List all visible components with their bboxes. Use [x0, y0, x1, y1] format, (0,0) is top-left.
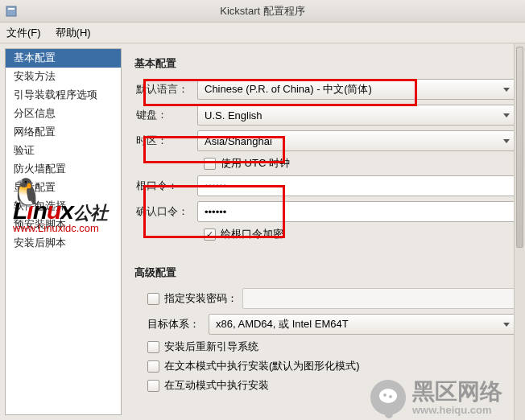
- section-basic-title: 基本配置: [134, 56, 517, 71]
- sidebar-item-postinstall[interactable]: 安装后脚本: [6, 234, 121, 253]
- sidebar-item-network[interactable]: 网络配置: [6, 123, 121, 142]
- install-pw-label: 指定安装密码：: [164, 291, 238, 306]
- sidebar-item-packages[interactable]: 软件包选择: [6, 197, 121, 216]
- app-icon: [5, 5, 18, 18]
- target-arch-label: 目标体系：: [147, 317, 204, 331]
- reboot-checkbox[interactable]: [147, 341, 159, 353]
- chevron-down-icon: [503, 113, 510, 117]
- encrypt-checkbox-row[interactable]: 给根口令加密: [204, 227, 517, 241]
- keyboard-value: U.S. English: [205, 109, 262, 121]
- sidebar-item-firewall[interactable]: 防火墙配置: [6, 160, 121, 179]
- interactive-checkbox[interactable]: [147, 380, 159, 392]
- main-panel: 基本配置 默认语言： Chinese (P.R. of China) - 中文(…: [122, 43, 525, 420]
- confirmpw-label: 确认口令：: [131, 204, 197, 219]
- utc-label: 使用 UTC 时钟: [221, 156, 290, 171]
- default-language-label: 默认语言：: [131, 82, 197, 97]
- textmode-checkbox[interactable]: [147, 360, 159, 373]
- timezone-label: 时区：: [131, 134, 197, 148]
- window-title: Kickstart 配置程序: [220, 4, 304, 19]
- confirmpw-field[interactable]: [205, 202, 510, 221]
- default-language-value: Chinese (P.R. of China) - 中文(简体): [205, 82, 372, 97]
- sidebar: 基本配置 安装方法 引导装载程序选项 分区信息 网络配置 验证 防火墙配置 显示…: [5, 48, 122, 415]
- reboot-label: 安装后重新引导系统: [164, 340, 258, 354]
- chevron-down-icon: [503, 88, 510, 92]
- confirmpw-input[interactable]: [197, 201, 517, 222]
- sidebar-item-basic-config[interactable]: 基本配置: [6, 49, 121, 68]
- encrypt-label: 给根口令加密: [221, 227, 283, 241]
- sidebar-item-preinstall[interactable]: 预安装脚本: [6, 216, 121, 234]
- sidebar-item-bootloader[interactable]: 引导装载程序选项: [6, 86, 121, 105]
- titlebar: Kickstart 配置程序: [0, 0, 525, 23]
- menu-file[interactable]: 文件(F): [6, 26, 41, 40]
- target-arch-select[interactable]: x86, AMD64, 或 Intel EM64T: [209, 314, 517, 335]
- checkbox-icon[interactable]: [204, 229, 216, 241]
- sidebar-item-partition[interactable]: 分区信息: [6, 105, 121, 123]
- textmode-label: 在文本模式中执行安装(默认为图形化模式): [164, 359, 360, 373]
- install-pw-input[interactable]: [242, 288, 517, 309]
- chevron-down-icon: [503, 139, 510, 143]
- svg-rect-0: [6, 6, 16, 16]
- interactive-label: 在互动模式中执行安装: [164, 378, 269, 393]
- section-advanced-title: 高级配置: [134, 266, 517, 280]
- vertical-scrollbar[interactable]: [514, 43, 525, 420]
- rootpw-label: 根口令：: [131, 179, 197, 193]
- target-arch-value: x86, AMD64, 或 Intel EM64T: [216, 317, 349, 331]
- keyboard-select[interactable]: U.S. English: [197, 105, 517, 126]
- timezone-select[interactable]: Asia/Shanghai: [197, 130, 517, 151]
- keyboard-label: 键盘：: [131, 108, 197, 122]
- install-pw-checkbox[interactable]: [147, 293, 159, 305]
- chevron-down-icon: [503, 323, 510, 327]
- sidebar-item-display[interactable]: 显示配置: [6, 179, 121, 197]
- menu-help[interactable]: 帮助(H): [56, 26, 91, 40]
- svg-rect-1: [8, 8, 14, 10]
- sidebar-item-auth[interactable]: 验证: [6, 142, 121, 160]
- default-language-select[interactable]: Chinese (P.R. of China) - 中文(简体): [197, 79, 517, 100]
- checkbox-icon[interactable]: [204, 158, 216, 170]
- sidebar-item-install-method[interactable]: 安装方法: [6, 68, 121, 86]
- rootpw-field[interactable]: [205, 176, 510, 196]
- timezone-value: Asia/Shanghai: [205, 135, 272, 147]
- rootpw-input[interactable]: [197, 175, 517, 196]
- utc-checkbox-row[interactable]: 使用 UTC 时钟: [204, 156, 517, 171]
- install-pw-field[interactable]: [250, 289, 510, 308]
- scrollbar-thumb[interactable]: [516, 47, 523, 248]
- menubar: 文件(F) 帮助(H): [0, 23, 525, 43]
